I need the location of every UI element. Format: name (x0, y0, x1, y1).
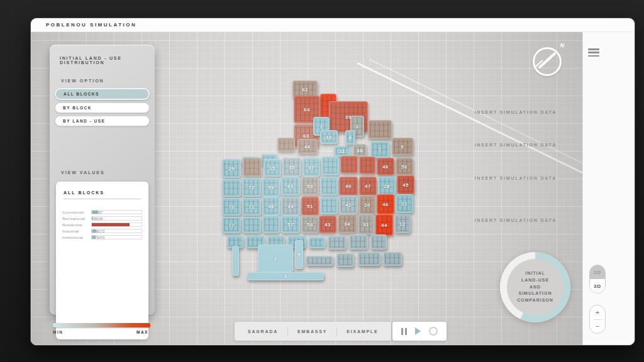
map-block-59[interactable]: 59 (262, 178, 280, 197)
map-block-12[interactable]: 12 (394, 214, 411, 233)
map-block[interactable] (349, 234, 368, 250)
map-block-71[interactable]: 71 (242, 198, 261, 216)
map-block[interactable] (320, 197, 338, 214)
play-icon[interactable] (415, 327, 421, 335)
insert-simulation-data-label[interactable]: INSERT SIMULATION DATA (474, 143, 557, 147)
map-block-15[interactable]: 15 (264, 159, 281, 177)
map-block[interactable] (321, 156, 339, 175)
map-block-46[interactable]: 46 (297, 139, 318, 154)
right-toolbar (582, 32, 635, 345)
view-option-by-land-use[interactable]: BY LAND - USE (55, 116, 150, 126)
map-block-56[interactable]: 56 (396, 158, 413, 175)
chart-bar (92, 223, 130, 226)
map-block-28[interactable]: 28 (378, 177, 396, 195)
map-block-72[interactable]: 72 (242, 178, 261, 197)
map-block-21[interactable]: 21 (396, 194, 413, 213)
menu-icon[interactable] (588, 48, 599, 57)
map-block-11[interactable]: 11 (334, 146, 350, 156)
map-block-31[interactable]: 31 (358, 214, 374, 234)
map-block[interactable] (383, 252, 402, 266)
map-block-70[interactable]: 70 (222, 198, 241, 216)
view-values-label: VIEW VALUES (50, 170, 116, 175)
insert-simulation-data-label[interactable]: INSERT SIMULATION DATA (474, 218, 557, 222)
map-block[interactable] (262, 216, 280, 233)
map-block-46[interactable]: 46 (377, 158, 394, 175)
values-panel-title: ALL BLOCKS (56, 182, 148, 199)
map-block-7[interactable]: 7 (370, 141, 389, 158)
app-title: POBLENOU SIMULATION (46, 22, 136, 28)
map-block[interactable] (340, 156, 358, 173)
map-block[interactable] (359, 156, 375, 174)
left-panel: INITIAL LAND - USE DISTRIBUTION VIEW OPT… (50, 45, 155, 315)
map-block[interactable] (358, 252, 380, 266)
map-block[interactable] (232, 246, 239, 276)
map-block-3[interactable]: 3 (247, 272, 324, 280)
stop-icon[interactable] (429, 327, 438, 336)
toggle-3d-button[interactable]: 3D (590, 279, 605, 293)
comparison-gauge: INITIALLAND-USEANDSIMULATIONCOMPARISON (500, 252, 570, 322)
map-block-2[interactable]: 2 (258, 244, 293, 272)
map-block-6[interactable]: 6 (392, 138, 413, 155)
view-option-all-blocks[interactable]: ALL BLOCKS (55, 88, 150, 100)
zoom-in-button[interactable]: + (590, 305, 605, 319)
map-block[interactable] (328, 236, 347, 250)
map-block-37[interactable]: 37 (303, 158, 320, 177)
map-block-53[interactable]: 53 (301, 177, 319, 195)
map-block-29[interactable]: 29 (222, 159, 241, 178)
toggle-2d-button[interactable]: 2D (590, 265, 605, 279)
view-option-by-block[interactable]: BY BLOCK (55, 102, 150, 113)
insert-simulation-data-label[interactable]: INSERT SIMULATION DATA (474, 176, 557, 180)
map-block[interactable] (306, 256, 333, 266)
map-block-38[interactable]: 38 (353, 144, 367, 156)
chart-value: 179470 (93, 236, 104, 239)
chart-category-label: Institutional (62, 236, 91, 239)
map-block-77[interactable]: 77 (222, 217, 241, 233)
map-block[interactable] (243, 158, 262, 177)
map-block-48[interactable]: 48 (262, 197, 280, 216)
map-block-34[interactable]: 34 (338, 214, 357, 233)
map-block-45[interactable]: 45 (397, 175, 414, 194)
map-block-57[interactable]: 57 (281, 216, 300, 233)
chart-value: 238172 (93, 229, 104, 233)
map-block-20[interactable]: 20 (359, 195, 375, 214)
chart-value-box: 35034 (91, 216, 142, 221)
map-block-8[interactable]: 8 (345, 130, 355, 145)
title-bar: POBLENOU SIMULATION (31, 18, 635, 32)
map-block-44[interactable]: 44 (375, 214, 393, 236)
map-block[interactable] (370, 234, 387, 250)
compass-icon[interactable]: N (530, 42, 565, 77)
map-block-46[interactable]: 46 (377, 194, 394, 214)
zoom-control: + − (589, 305, 606, 334)
scenario-button-eixample[interactable]: EIXAMPLE (337, 329, 387, 334)
pause-icon[interactable] (401, 328, 407, 335)
zoom-out-button[interactable]: − (590, 320, 605, 334)
map-block[interactable] (368, 120, 392, 139)
bottom-bar: SAGRADAEMBASSYEIXAMPLE (235, 322, 447, 341)
map-block-10[interactable]: 10 (320, 130, 338, 144)
insert-simulation-data-label[interactable]: INSERT SIMULATION DATA (474, 110, 557, 114)
scenario-button-sagrada[interactable]: SAGRADA (238, 329, 287, 334)
view-option-group: ALL BLOCKSBY BLOCKBY LAND - USE (55, 88, 150, 126)
map-block-61[interactable]: 61 (281, 177, 300, 195)
map-block-34[interactable]: 34 (281, 197, 300, 216)
map-block[interactable] (277, 138, 295, 151)
map-block[interactable] (336, 253, 354, 267)
map-block-40[interactable]: 40 (339, 177, 358, 195)
map-block[interactable] (222, 179, 241, 197)
map-block-54[interactable]: 54 (301, 216, 319, 233)
scenario-button-embassy[interactable]: EMBASSY (288, 329, 336, 334)
chart-value-box: 64057 (91, 210, 142, 214)
map-block[interactable] (242, 217, 261, 233)
values-panel: ALL BLOCKS Commercial64057Recreational35… (56, 182, 148, 339)
map-block-5[interactable]: 5 (295, 240, 303, 269)
map-block-43[interactable]: 43 (319, 216, 336, 233)
map-block[interactable] (320, 177, 338, 195)
map-block-51[interactable]: 51 (301, 197, 319, 216)
land-use-chart: Commercial64057Recreational35034Resident… (56, 209, 148, 240)
map-block[interactable] (309, 237, 325, 248)
chart-row: Industrial238172 (62, 228, 142, 234)
map-block-35[interactable]: 35 (282, 158, 301, 177)
map-block-42[interactable]: 42 (339, 195, 358, 214)
map-block-47[interactable]: 47 (359, 177, 377, 195)
chart-category-label: Commercial (62, 211, 91, 214)
